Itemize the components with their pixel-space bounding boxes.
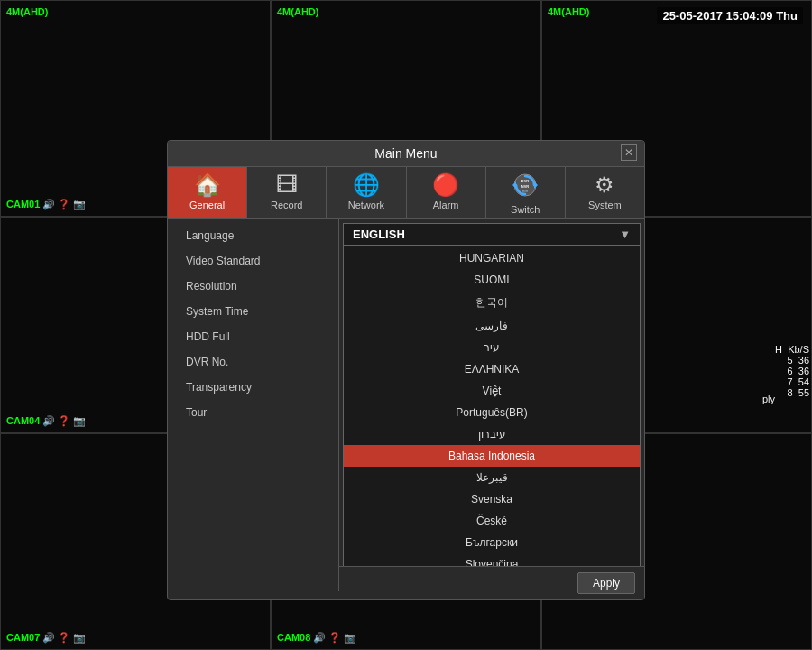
language-option[interactable]: České	[344, 510, 640, 532]
tab-network-label: Network	[348, 200, 384, 210]
cam2-ahd: 4M(AHD)	[277, 6, 318, 17]
tab-network[interactable]: 🌐 Network	[327, 167, 406, 218]
dialog-titlebar: Main Menu ✕	[168, 141, 644, 167]
dialog-title: Main Menu	[374, 146, 437, 161]
svg-text:HVR: HVR	[522, 190, 529, 193]
sidebar-item-transparency[interactable]: Transparency	[168, 375, 338, 400]
tab-alarm[interactable]: 🔴 Alarm	[407, 167, 486, 218]
language-option[interactable]: Bahasa Indonesia	[344, 445, 640, 467]
sidebar-item-dvr-no[interactable]: DVR No.	[168, 349, 338, 375]
language-option[interactable]: Português(BR)	[344, 402, 640, 423]
dropdown-arrow-icon: ▼	[619, 228, 631, 241]
language-option[interactable]: ΕΛΛΗΝΙΚΑ	[344, 358, 640, 380]
sidebar-item-resolution[interactable]: Resolution	[168, 274, 338, 299]
general-icon: 🏠	[194, 172, 221, 198]
tab-record[interactable]: 🎞 Record	[247, 167, 327, 218]
svg-text:DVR: DVR	[521, 179, 530, 183]
close-button[interactable]: ✕	[621, 144, 637, 161]
menu-body: Language Video Standard Resolution Syste…	[168, 219, 644, 591]
switch-icon: DVR NVR HVR	[512, 172, 538, 202]
sidebar-item-hdd-full[interactable]: HDD Full	[168, 324, 338, 349]
sidebar-item-language[interactable]: Language	[168, 223, 338, 248]
language-option[interactable]: עיברון	[344, 423, 640, 445]
tab-general-label: General	[189, 200, 225, 210]
tab-switch-label: Switch	[511, 204, 540, 215]
cam1-label: CAM01 🔊 ❓ 📷	[6, 199, 86, 210]
language-option[interactable]: فارسی	[344, 315, 640, 337]
language-option[interactable]: Việt	[344, 380, 640, 402]
cam3-ahd: 4M(AHD)	[548, 6, 589, 17]
tab-system[interactable]: ⚙ System	[566, 167, 644, 218]
language-option[interactable]: SUOMI	[344, 269, 640, 291]
tab-system-label: System	[588, 200, 622, 210]
sidebar-item-video-standard[interactable]: Video Standard	[168, 248, 338, 274]
datetime-display: 25-05-2017 15:04:09 Thu	[657, 7, 803, 24]
sidebar-item-system-time[interactable]: System Time	[168, 299, 338, 324]
record-icon: 🎞	[276, 172, 298, 198]
language-dropdown-header[interactable]: ENGLISH ▼	[343, 223, 641, 246]
cam8-label: CAM08 🔊 ❓ 📷	[277, 632, 356, 644]
tab-record-label: Record	[271, 200, 302, 210]
network-icon: 🌐	[353, 172, 380, 198]
dialog-buttons: Apply	[339, 566, 644, 599]
sidebar: Language Video Standard Resolution Syste…	[168, 219, 339, 591]
language-option[interactable]: עיר	[344, 337, 640, 358]
language-option[interactable]: HUNGARIAN	[344, 247, 640, 269]
cam7-label: CAM07 🔊 ❓ 📷	[6, 632, 86, 644]
language-dropdown-list[interactable]: ENGLISHFRANCAISDEUTSCHERPORTUGUETüRKIYEP…	[343, 246, 641, 598]
content-area: ENGLISH ▼ ENGLISHFRANCAISDEUTSCHERPORTUG…	[339, 219, 644, 591]
tab-switch[interactable]: DVR NVR HVR Switch	[486, 167, 566, 218]
language-dropdown-container: ENGLISH ▼ ENGLISHFRANCAISDEUTSCHERPORTUG…	[343, 223, 641, 598]
sidebar-item-tour[interactable]: Tour	[168, 400, 338, 425]
tab-alarm-label: Alarm	[433, 200, 459, 210]
language-option[interactable]: Български	[344, 532, 640, 553]
apply-button[interactable]: Apply	[577, 572, 635, 594]
menu-tabs: 🏠 General 🎞 Record 🌐 Network 🔴 Alarm	[168, 167, 644, 219]
cam4-label: CAM04 🔊 ❓ 📷	[6, 415, 86, 427]
language-selected-value: ENGLISH	[353, 228, 405, 241]
cam1-ahd: 4M(AHD)	[6, 6, 48, 17]
language-option[interactable]: Svenska	[344, 488, 640, 510]
svg-text:NVR: NVR	[521, 184, 530, 189]
main-menu-dialog: Main Menu ✕ 🏠 General 🎞 Record 🌐 Network…	[167, 140, 645, 600]
alarm-icon: 🔴	[432, 172, 459, 198]
language-option[interactable]: قيبرعلا	[344, 467, 640, 488]
tab-general[interactable]: 🏠 General	[168, 167, 247, 218]
language-option[interactable]: 한국어	[344, 291, 640, 315]
system-icon: ⚙	[595, 172, 614, 198]
